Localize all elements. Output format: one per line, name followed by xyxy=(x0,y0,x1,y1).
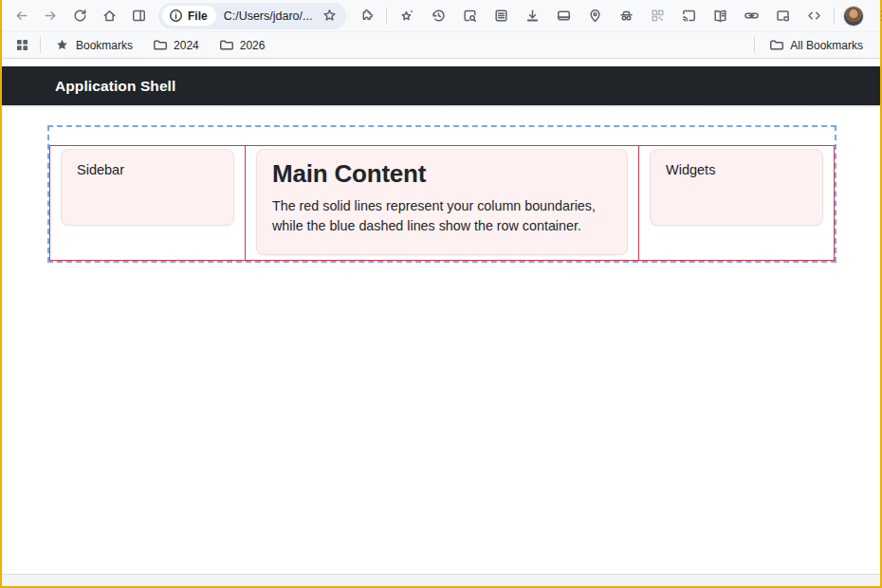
window-split-icon xyxy=(775,8,791,24)
home-icon xyxy=(101,8,118,24)
apps-grid-icon xyxy=(14,37,30,53)
bookmark-label: 2024 xyxy=(174,39,199,52)
sidebar-card: Sidebar xyxy=(61,149,234,226)
toolbar-nav xyxy=(8,3,152,29)
bookmark-label: 2026 xyxy=(240,39,266,52)
sidebar-label: Sidebar xyxy=(77,162,124,177)
profile-avatar[interactable] xyxy=(843,6,864,27)
bookmark-item-bookmarks[interactable]: Bookmarks xyxy=(46,34,140,56)
window-split-button[interactable] xyxy=(769,3,796,29)
main-column: Main Content The red solid lines represe… xyxy=(245,145,639,261)
main-content-heading: Main Content xyxy=(272,159,612,189)
side-panel-icon xyxy=(131,8,147,24)
screen-search-button[interactable] xyxy=(456,3,483,29)
reading-mode-button[interactable] xyxy=(707,3,733,29)
star-filled-icon xyxy=(54,37,70,53)
link-icon xyxy=(744,8,760,24)
folder-icon xyxy=(152,37,168,53)
refresh-button[interactable] xyxy=(66,3,93,29)
main-content-paragraph: The red solid lines represent your colum… xyxy=(272,196,612,237)
qr-code-icon xyxy=(650,8,666,24)
toolbar-actions xyxy=(394,3,827,29)
bookmarks-bar: Bookmarks20242026 All Bookmarks xyxy=(2,32,880,59)
favorites-sparkle-icon xyxy=(399,8,415,24)
wallet-button[interactable] xyxy=(550,3,577,29)
bookmark-star-button[interactable] xyxy=(319,6,340,27)
reading-list-button[interactable] xyxy=(487,3,514,29)
bookmarks-separator xyxy=(754,37,755,53)
back-arrow-icon xyxy=(13,8,29,24)
reading-mode-icon xyxy=(712,8,728,24)
columns: Sidebar Main Content The red solid lines… xyxy=(49,145,835,261)
link-button[interactable] xyxy=(738,3,764,29)
info-icon xyxy=(168,8,184,24)
all-bookmarks-label: All Bookmarks xyxy=(790,39,863,52)
url-text: C:/Users/jdaro/... xyxy=(224,9,313,23)
browser-toolbar: File C:/Users/jdaro/... xyxy=(2,0,880,32)
main-content-card: Main Content The red solid lines represe… xyxy=(256,149,628,255)
location-pin-icon xyxy=(587,8,603,24)
sidebar-column: Sidebar xyxy=(49,145,246,261)
incognito-button[interactable] xyxy=(613,3,639,29)
site-info-label: File xyxy=(188,9,208,23)
screen-search-icon xyxy=(462,8,478,24)
toolbar-separator xyxy=(834,8,835,24)
puzzle-icon xyxy=(358,8,375,24)
cast-icon xyxy=(681,8,697,24)
toolbar-separator xyxy=(386,8,387,24)
download-button[interactable] xyxy=(519,3,545,29)
reading-list-icon xyxy=(493,8,509,24)
all-bookmarks-button[interactable]: All Bookmarks xyxy=(761,34,871,56)
bookmarks-items: Bookmarks20242026 xyxy=(46,34,272,56)
address-bar[interactable]: File C:/Users/jdaro/... xyxy=(158,3,346,29)
extensions-button[interactable] xyxy=(353,3,379,29)
widgets-label: Widgets xyxy=(666,162,715,177)
folder-icon xyxy=(218,37,234,53)
history-button[interactable] xyxy=(425,3,451,29)
code-button[interactable] xyxy=(800,3,827,29)
bookmark-label: Bookmarks xyxy=(76,39,133,52)
browser-menu-button[interactable] xyxy=(869,3,882,29)
star-outline-icon xyxy=(322,8,338,24)
apps-grid-button[interactable] xyxy=(9,34,34,57)
bookmarks-separator xyxy=(40,37,41,53)
forward-arrow-icon xyxy=(43,8,59,24)
browser-window: File C:/Users/jdaro/... Bookmarks2024202… xyxy=(0,0,882,588)
back-arrow-button[interactable] xyxy=(8,3,34,29)
code-icon xyxy=(806,8,822,24)
widgets-card: Widgets xyxy=(650,149,823,226)
bookmark-item-2024[interactable]: 2024 xyxy=(144,34,207,56)
wallet-icon xyxy=(556,8,572,24)
row-container: Sidebar Main Content The red solid lines… xyxy=(47,125,836,263)
bookmark-item-2026[interactable]: 2026 xyxy=(211,34,273,56)
folder-icon xyxy=(768,37,784,53)
side-panel-button[interactable] xyxy=(125,3,152,29)
home-button[interactable] xyxy=(96,3,122,29)
site-info-chip[interactable]: File xyxy=(162,6,216,26)
bottom-strip xyxy=(2,574,880,586)
incognito-icon xyxy=(618,8,634,24)
app-header: Application Shell xyxy=(2,66,880,105)
qr-code-button[interactable] xyxy=(644,3,671,29)
page-viewport: Application Shell Sidebar Main Content T… xyxy=(2,59,880,574)
page-title: Application Shell xyxy=(55,78,175,95)
kebab-menu-icon xyxy=(874,8,882,24)
favorites-sparkle-button[interactable] xyxy=(394,3,420,29)
download-icon xyxy=(524,8,541,24)
history-icon xyxy=(431,8,447,24)
cast-button[interactable] xyxy=(675,3,702,29)
refresh-icon xyxy=(72,8,88,24)
forward-arrow-button[interactable] xyxy=(37,3,64,29)
location-pin-button[interactable] xyxy=(581,3,608,29)
widgets-column: Widgets xyxy=(638,145,835,261)
